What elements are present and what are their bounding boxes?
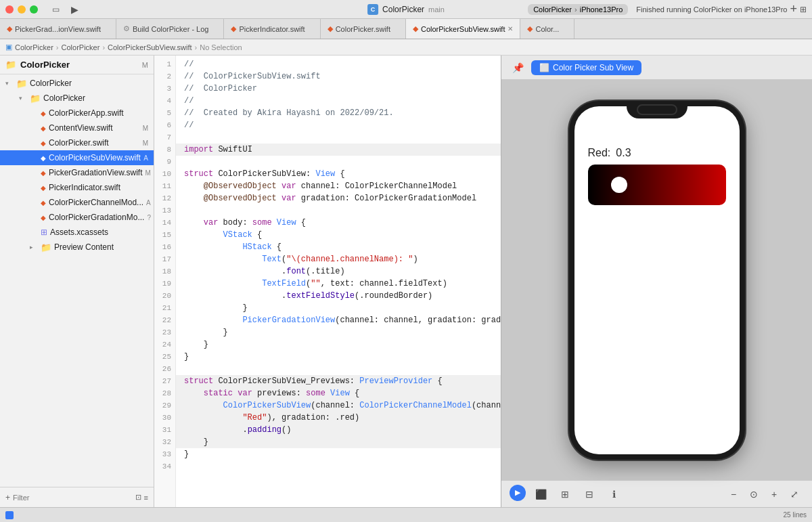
- device-frame-button[interactable]: ⬛: [531, 485, 550, 504]
- code-lines[interactable]: //// ColorPickerSubView.swift// ColorPic…: [176, 56, 501, 507]
- code-line[interactable]: VStack {: [176, 229, 501, 241]
- sidebar-item-pickergradation[interactable]: ▸ ◆ PickerGradationView.swift M: [0, 165, 154, 180]
- scheme-selector[interactable]: ColorPicker › iPhone13Pro: [528, 4, 628, 15]
- code-line[interactable]: [176, 156, 501, 168]
- preview-title-button[interactable]: ⬜ Color Picker Sub View: [531, 60, 641, 75]
- breadcrumb-item-2[interactable]: ColorPicker: [62, 43, 100, 51]
- maximize-button[interactable]: [30, 5, 38, 14]
- sidebar-item-pickerindicator[interactable]: ▸ ◆ PickerIndicator.swift: [0, 180, 154, 195]
- breadcrumb-item-4: No Selection: [200, 43, 242, 51]
- disclosure-icon[interactable]: ▾: [19, 95, 27, 102]
- main-content: 📁 ColorPicker M ▾ 📁 ColorPicker ▾ 📁 Colo…: [0, 56, 812, 507]
- sidebar-config-button[interactable]: ⊡: [135, 493, 141, 502]
- breadcrumb-item-3[interactable]: ColorPickerSubView.swift: [108, 43, 192, 51]
- sidebar-toggle-button[interactable]: ▭: [49, 4, 62, 15]
- zoom-reset-button[interactable]: ⊙: [744, 485, 763, 504]
- play-button[interactable]: ▶: [510, 485, 526, 501]
- add-file-icon[interactable]: +: [5, 493, 10, 502]
- code-line[interactable]: import SwiftUI: [176, 144, 501, 156]
- tab-buildlog[interactable]: ⚙ Build ColorPicker - Log ✕: [116, 19, 225, 39]
- tab-pickerindicator[interactable]: ◆ PickerIndicator.swift ✕: [224, 19, 320, 39]
- tab-close-icon[interactable]: ✕: [508, 25, 513, 32]
- code-line[interactable]: }: [176, 448, 501, 460]
- sidebar-item-colorpickergradation[interactable]: ▸ ◆ ColorPickerGradationMo... ?: [0, 210, 154, 225]
- code-line[interactable]: var body: some View {: [176, 217, 501, 229]
- code-line[interactable]: static var previews: some View {: [176, 387, 501, 399]
- swift-icon: ◆: [41, 169, 46, 177]
- breadcrumb-item-1[interactable]: ColorPicker: [15, 43, 53, 51]
- code-line[interactable]: HStack {: [176, 241, 501, 253]
- grid-button[interactable]: ⊞: [556, 485, 574, 504]
- sidebar-item-colorpicker-group[interactable]: ▾ 📁 ColorPicker: [0, 91, 154, 106]
- code-line[interactable]: TextField("", text: channel.fieldText): [176, 278, 501, 290]
- code-line[interactable]: }: [176, 351, 501, 363]
- code-line[interactable]: [176, 363, 501, 375]
- add-window-button[interactable]: +: [790, 2, 797, 16]
- code-line[interactable]: [176, 131, 501, 144]
- code-line[interactable]: [176, 204, 501, 217]
- disclosure-icon[interactable]: ▸: [30, 244, 38, 251]
- tab-colorpicker[interactable]: ◆ ColorPicker.swift ✕: [321, 19, 406, 39]
- file-badge: M: [143, 139, 148, 147]
- code-line[interactable]: }: [176, 339, 501, 351]
- line-number: 13: [154, 204, 175, 217]
- code-line[interactable]: // Created by Akira Hayashi on 2022/09/2…: [176, 107, 501, 119]
- code-line[interactable]: struct ColorPickerSubView_Previews: Prev…: [176, 375, 501, 387]
- code-line[interactable]: }: [176, 302, 501, 314]
- tab-colorpickersubview[interactable]: ◆ ColorPickerSubView.swift ✕: [406, 19, 521, 39]
- code-line[interactable]: .textFieldStyle(.roundedBorder): [176, 290, 501, 302]
- minimize-button[interactable]: [18, 5, 26, 14]
- split-editor-button[interactable]: ⊞: [800, 5, 807, 14]
- disclosure-icon[interactable]: ▾: [5, 80, 14, 87]
- sidebar-sort-button[interactable]: ≡: [144, 494, 148, 502]
- code-line[interactable]: Text("\(channel.channelName): "): [176, 253, 501, 265]
- code-line[interactable]: // ColorPicker: [176, 83, 501, 95]
- phone-slider[interactable]: [588, 165, 726, 205]
- zoom-out-button[interactable]: −: [724, 485, 743, 504]
- line-number: 15: [154, 229, 175, 241]
- code-content[interactable]: 1234567891011121314151617181920212223242…: [154, 56, 501, 507]
- code-line[interactable]: struct ColorPickerSubView: View {: [176, 168, 501, 180]
- run-button[interactable]: ▶: [68, 4, 81, 15]
- sidebar-item-colorpickersubview[interactable]: ▸ ◆ ColorPickerSubView.swift A: [0, 150, 154, 165]
- folder-icon: 📁: [30, 93, 41, 104]
- code-line[interactable]: "Red"), gradation: .red): [176, 412, 501, 424]
- sidebar-item-colorpicker-root[interactable]: ▾ 📁 ColorPicker: [0, 76, 154, 91]
- sidebar-item-colorpickerapp[interactable]: ▸ ◆ ColorPickerApp.swift: [0, 106, 154, 121]
- device-settings-button[interactable]: ⊟: [580, 485, 599, 504]
- code-line[interactable]: @ObservedObject var channel: ColorPicker…: [176, 180, 501, 192]
- filter-input[interactable]: [13, 494, 133, 502]
- sidebar-item-label: Assets.xcassets: [50, 227, 108, 237]
- code-line[interactable]: }: [176, 326, 501, 339]
- line-number: 8: [154, 144, 175, 156]
- close-button[interactable]: [5, 5, 14, 14]
- code-line[interactable]: // ColorPickerSubView.swift: [176, 70, 501, 83]
- info-button[interactable]: ℹ: [604, 485, 623, 504]
- zoom-in-button[interactable]: +: [765, 485, 784, 504]
- pin-button[interactable]: 📌: [510, 60, 526, 76]
- project-sub: main: [428, 5, 445, 14]
- code-line[interactable]: [176, 460, 501, 473]
- line-number: 5: [154, 107, 175, 119]
- code-line[interactable]: .padding(): [176, 424, 501, 436]
- code-line[interactable]: //: [176, 58, 501, 70]
- code-line[interactable]: ColorPickerSubView(channel: ColorPickerC…: [176, 399, 501, 412]
- tab-color-other[interactable]: ◆ Color... ✕: [520, 19, 574, 39]
- sidebar-item-colorpickerchannel[interactable]: ▸ ◆ ColorPickerChannelMod... A: [0, 195, 154, 210]
- sidebar-project-name: ColorPicker: [20, 60, 70, 70]
- code-line[interactable]: }: [176, 436, 501, 448]
- sidebar-item-preview-content[interactable]: ▸ 📁 Preview Content: [0, 240, 154, 255]
- phone-screen: Red: 0.3: [574, 106, 740, 454]
- code-editor[interactable]: 1234567891011121314151617181920212223242…: [154, 56, 501, 507]
- line-number: 16: [154, 241, 175, 253]
- code-line[interactable]: @ObservedObject var gradation: ColorPick…: [176, 192, 501, 204]
- sidebar-item-colorpicker-swift[interactable]: ▸ ◆ ColorPicker.swift M: [0, 135, 154, 150]
- code-line[interactable]: PickerGradationView(channel: channel, gr…: [176, 314, 501, 326]
- code-line[interactable]: //: [176, 95, 501, 107]
- sidebar-item-contentview[interactable]: ▸ ◆ ContentView.swift M: [0, 121, 154, 135]
- code-line[interactable]: //: [176, 119, 501, 131]
- zoom-fit-button[interactable]: ⤢: [785, 485, 804, 504]
- tab-pickergradation[interactable]: ◆ PickerGrad...ionView.swift ✕: [0, 19, 116, 39]
- code-line[interactable]: .font(.title): [176, 265, 501, 278]
- sidebar-item-assets[interactable]: ▸ ⊞ Assets.xcassets: [0, 225, 154, 240]
